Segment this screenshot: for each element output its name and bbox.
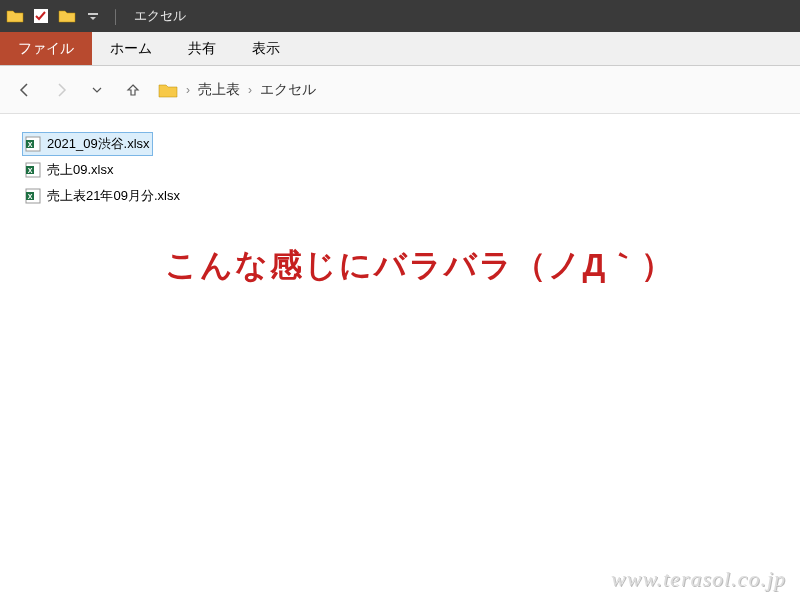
excel-file-icon: X	[25, 162, 41, 178]
breadcrumb-part[interactable]: 売上表	[198, 81, 240, 99]
titlebar: │ エクセル	[0, 0, 800, 32]
checklist-icon[interactable]	[32, 7, 50, 25]
breadcrumb-folder-icon	[158, 80, 178, 100]
file-name: 売上表21年09月分.xlsx	[47, 187, 180, 205]
file-item[interactable]: X 売上09.xlsx	[22, 158, 116, 182]
svg-text:X: X	[28, 167, 33, 174]
file-item[interactable]: X 売上表21年09月分.xlsx	[22, 184, 183, 208]
file-list: X 2021_09渋谷.xlsx X 売上09.xlsx X 売上表21年09月…	[0, 114, 800, 600]
file-name: 2021_09渋谷.xlsx	[47, 135, 150, 153]
back-button[interactable]	[14, 79, 36, 101]
svg-rect-1	[88, 13, 98, 15]
window-title: エクセル	[134, 7, 186, 25]
excel-file-icon: X	[25, 136, 41, 152]
ribbon-tabs: ファイル ホーム 共有 表示	[0, 32, 800, 66]
svg-text:X: X	[28, 193, 33, 200]
tab-view[interactable]: 表示	[234, 32, 298, 65]
excel-file-icon: X	[25, 188, 41, 204]
forward-button[interactable]	[50, 79, 72, 101]
file-item[interactable]: X 2021_09渋谷.xlsx	[22, 132, 153, 156]
dropdown-icon[interactable]	[84, 7, 102, 25]
up-button[interactable]	[122, 79, 144, 101]
recent-dropdown-icon[interactable]	[86, 79, 108, 101]
folder-icon	[6, 7, 24, 25]
chevron-right-icon: ›	[186, 83, 190, 97]
watermark: www.terasol.co.jp	[611, 566, 786, 592]
folder-icon	[58, 7, 76, 25]
tab-share[interactable]: 共有	[170, 32, 234, 65]
file-name: 売上09.xlsx	[47, 161, 113, 179]
breadcrumb-part[interactable]: エクセル	[260, 81, 316, 99]
nav-toolbar: › 売上表 › エクセル	[0, 66, 800, 114]
svg-text:X: X	[28, 141, 33, 148]
titlebar-separator: │	[112, 9, 120, 24]
annotation-text: こんな感じにバラバラ（ノД｀）	[80, 244, 760, 288]
chevron-right-icon: ›	[248, 83, 252, 97]
tab-file[interactable]: ファイル	[0, 32, 92, 65]
breadcrumb[interactable]: › 売上表 › エクセル	[158, 80, 316, 100]
tab-home[interactable]: ホーム	[92, 32, 170, 65]
